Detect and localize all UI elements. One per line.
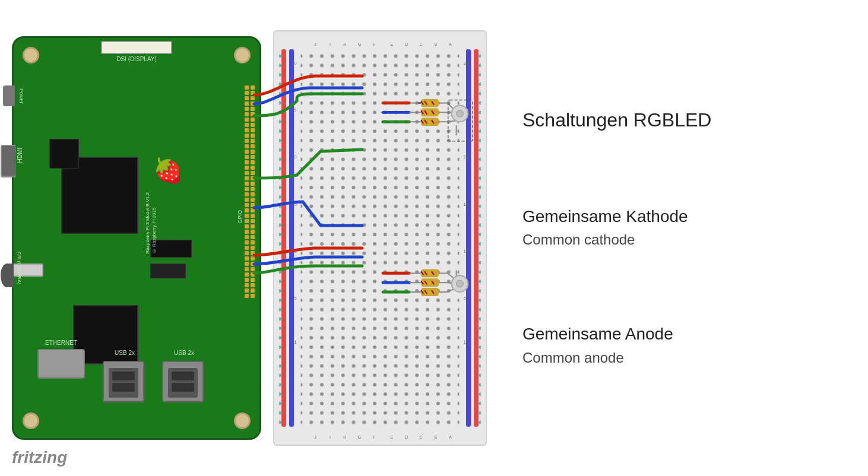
svg-line-85 <box>421 290 423 294</box>
svg-line-44 <box>428 101 430 105</box>
svg-text:1: 1 <box>294 339 297 345</box>
svg-rect-40 <box>421 99 439 107</box>
gpio-label: GPIO <box>237 210 243 224</box>
usb-label-1: USB 2x <box>104 350 145 356</box>
svg-rect-77 <box>421 278 439 287</box>
main-title: Schaltungen RGBLED <box>522 109 844 131</box>
usb-port-2 <box>162 361 204 402</box>
breadboard: 30 25 20 15 10 5 1 30 25 20 15 10 5 1 J … <box>273 30 487 446</box>
svg-line-43 <box>425 101 427 105</box>
svg-text:I: I <box>330 42 331 46</box>
power-rail-blue-right <box>466 49 471 427</box>
rpi-model-text: Raspberry Pi 3 Model B V1.2 © Raspberry … <box>144 192 157 253</box>
hdmi-label: HDMI <box>17 148 23 163</box>
svg-rect-49 <box>421 108 439 116</box>
svg-rect-84 <box>421 288 439 296</box>
ethernet-port <box>37 349 85 379</box>
svg-text:D: D <box>405 435 408 439</box>
labels-section: Schaltungen RGBLED Gemeinsame Kathode Co… <box>511 36 856 440</box>
svg-text:G: G <box>358 435 361 439</box>
anode-german-label: Gemeinsame Anode <box>522 323 844 345</box>
raspberry-pi-board: DSI (DISPLAY) <box>12 36 261 440</box>
svg-text:F: F <box>373 42 375 46</box>
svg-text:B: B <box>435 42 438 46</box>
small-chip <box>49 139 79 169</box>
svg-text:5: 5 <box>294 296 297 301</box>
dsi-label: DSI (DISPLAY) <box>116 56 157 62</box>
dsi-connector <box>101 41 172 54</box>
svg-line-92 <box>448 288 457 292</box>
wire-svg: 30 25 20 15 10 5 1 30 25 20 15 10 5 1 J … <box>274 31 486 445</box>
usb-port-1 <box>103 361 144 402</box>
svg-line-60 <box>432 120 434 123</box>
svg-line-74 <box>432 271 434 275</box>
cathode-label-group: Gemeinsame Kathode Common cathode <box>522 206 844 249</box>
cathode-german-label: Gemeinsame Kathode <box>522 206 844 227</box>
svg-text:D: D <box>405 42 408 46</box>
main-title-group: Schaltungen RGBLED <box>522 109 844 131</box>
mount-hole-tr <box>234 47 251 64</box>
svg-line-91 <box>448 283 457 284</box>
svg-rect-56 <box>421 118 439 126</box>
svg-line-79 <box>425 281 427 284</box>
svg-line-64 <box>448 120 457 122</box>
svg-text:C: C <box>420 435 423 439</box>
svg-text:A: A <box>449 42 452 46</box>
power-rail-red-right <box>474 49 479 427</box>
audio-label: Audio <box>17 265 23 278</box>
svg-text:J: J <box>314 42 316 46</box>
mount-hole-tl <box>23 47 39 64</box>
svg-line-80 <box>428 281 430 284</box>
power-rail-blue-left <box>289 49 294 427</box>
rpi-logo: 🍓 <box>150 157 186 192</box>
svg-line-52 <box>428 110 430 114</box>
svg-line-78 <box>421 281 423 284</box>
svg-line-71 <box>421 271 423 275</box>
mount-hole-br <box>234 412 251 429</box>
anode-english-label: Common anode <box>522 348 844 367</box>
svg-rect-2 <box>301 50 460 426</box>
svg-line-86 <box>425 290 427 294</box>
svg-text:E: E <box>390 435 393 439</box>
svg-text:H: H <box>343 435 346 439</box>
audio-port <box>1 264 14 287</box>
svg-line-59 <box>428 120 430 123</box>
svg-text:E: E <box>390 42 393 46</box>
svg-text:G: G <box>358 42 361 46</box>
svg-text:I: I <box>330 435 331 439</box>
power-rail-red-left <box>281 49 286 427</box>
svg-line-50 <box>421 110 423 114</box>
fritzing-label: fritzing <box>12 448 67 467</box>
svg-line-62 <box>448 103 457 112</box>
svg-line-73 <box>428 271 430 275</box>
svg-point-67 <box>457 110 464 117</box>
breadboard-container: 30 25 20 15 10 5 1 30 25 20 15 10 5 1 J … <box>273 24 499 452</box>
svg-line-53 <box>432 110 434 114</box>
anode-label-group: Gemeinsame Anode Common anode <box>522 323 844 367</box>
svg-line-57 <box>421 120 423 123</box>
svg-point-95 <box>457 280 464 287</box>
svg-line-45 <box>432 101 434 105</box>
svg-line-88 <box>432 290 434 294</box>
usb-label-2: USB 2x <box>163 350 205 356</box>
svg-line-87 <box>428 290 430 294</box>
gpio-strip <box>244 85 255 370</box>
power-label: Power <box>18 88 24 104</box>
svg-line-72 <box>425 271 427 275</box>
svg-text:A: A <box>449 435 452 439</box>
svg-line-42 <box>421 101 423 105</box>
chip4 <box>150 264 186 278</box>
power-port <box>3 85 15 106</box>
svg-text:C: C <box>420 42 423 46</box>
svg-text:F: F <box>373 435 375 439</box>
svg-line-51 <box>425 110 427 114</box>
svg-text:J: J <box>314 435 316 439</box>
hdmi-port <box>1 145 15 177</box>
svg-text:H: H <box>343 42 346 46</box>
main-container: DSI (DISPLAY) <box>0 0 868 476</box>
ethernet-label: ETHERNET <box>37 339 85 346</box>
cathode-english-label: Common cathode <box>522 230 844 249</box>
svg-line-81 <box>432 281 434 284</box>
mount-hole-bl <box>23 412 39 429</box>
svg-line-90 <box>448 273 457 280</box>
